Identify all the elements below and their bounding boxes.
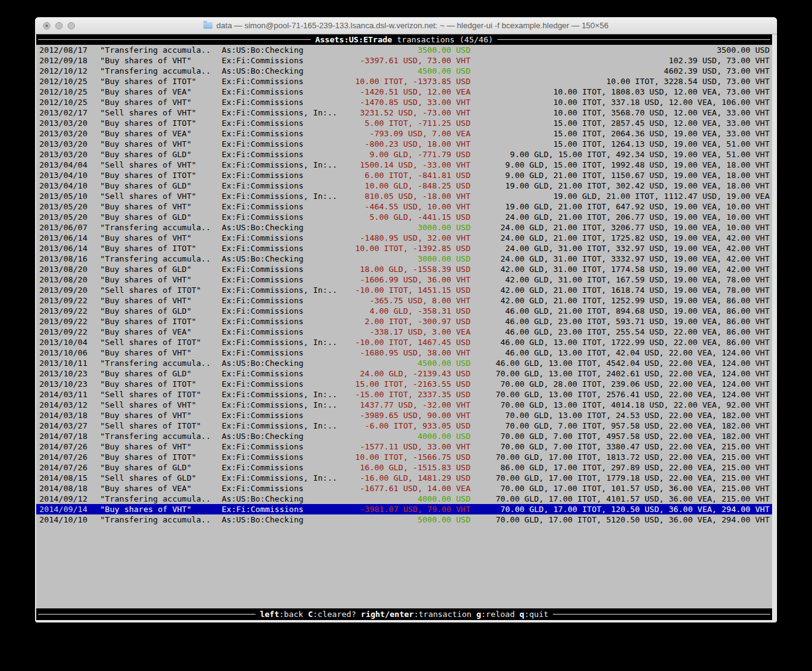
- txn-amount: 3231.52 USD, -73.00 VHT: [345, 107, 470, 118]
- transaction-row[interactable]: 2013/09/22"Buy shares of VEA"Ex:Fi:Commi…: [36, 327, 772, 337]
- transaction-row[interactable]: 2013/03/20"Buy shares of VEA"Ex:Fi:Commi…: [36, 128, 772, 139]
- txn-balance: 70.00 GLD, 17.00 ITOT, 1813.72 USD, 22.0…: [470, 452, 772, 462]
- transaction-row[interactable]: 2014/10/10"Transfering accumula..As:US:B…: [36, 514, 772, 525]
- transaction-row[interactable]: 2014/03/18"Buy shares of VHT"Ex:Fi:Commi…: [36, 410, 772, 421]
- minimize-button[interactable]: [55, 22, 63, 29]
- transaction-row[interactable]: 2012/10/25"Buy shares of VEA"Ex:Fi:Commi…: [36, 87, 772, 97]
- txn-balance: 24.00 GLD, 21.00 ITOT, 3206.77 USD, 19.0…: [470, 222, 772, 233]
- transaction-row[interactable]: 2014/07/26"Buy shares of VHT"Ex:Fi:Commi…: [36, 441, 772, 452]
- zoom-button[interactable]: [68, 22, 75, 29]
- txn-date: 2014/07/26: [39, 462, 100, 473]
- txn-date: 2014/10/10: [39, 514, 100, 525]
- txn-amount: -16.00 GLD, 1481.29 USD: [345, 473, 470, 483]
- txn-description: "Buy shares of GLD": [100, 306, 222, 316]
- folder-icon: [203, 22, 213, 29]
- transaction-row[interactable]: 2012/10/25"Buy shares of ITOT"Ex:Fi:Comm…: [36, 76, 772, 87]
- transaction-row[interactable]: 2014/03/11"Sell shares of ITOT"Ex:Fi:Com…: [36, 389, 772, 400]
- txn-balance: 46.00 GLD, 23.00 ITOT, 255.54 USD, 22.00…: [470, 327, 772, 337]
- txn-date: 2013/03/20: [39, 128, 100, 139]
- transaction-row[interactable]: 2014/07/26"Buy shares of GLD"Ex:Fi:Commi…: [36, 462, 772, 473]
- txn-amount: 4000.00 USD: [345, 431, 470, 441]
- transaction-row[interactable]: 2013/06/07"Transfering accumula..As:US:B…: [36, 222, 772, 233]
- txn-date: 2013/09/22: [39, 295, 100, 306]
- transaction-row[interactable]: 2013/08/20"Buy shares of GLD"Ex:Fi:Commi…: [36, 264, 772, 274]
- transaction-row[interactable]: 2013/05/20"Buy shares of VHT"Ex:Fi:Commi…: [36, 201, 772, 212]
- scrollbar-track[interactable]: [772, 34, 777, 620]
- transaction-row[interactable]: 2013/05/20"Buy shares of GLD"Ex:Fi:Commi…: [36, 212, 772, 222]
- transaction-row[interactable]: 2013/06/14"Buy shares of VHT"Ex:Fi:Commi…: [36, 233, 772, 243]
- transaction-row[interactable]: 2014/09/12"Transfering accumula..As:US:B…: [36, 494, 772, 504]
- transaction-row[interactable]: 2013/10/06"Buy shares of VHT"Ex:Fi:Commi…: [36, 347, 772, 358]
- txn-date: 2014/08/15: [39, 473, 100, 483]
- txn-account: Ex:Fi:Commissions: [222, 274, 345, 285]
- transaction-row[interactable]: 2013/09/22"Buy shares of ITOT"Ex:Fi:Comm…: [36, 316, 772, 327]
- transaction-row[interactable]: 2013/09/22"Buy shares of VHT"Ex:Fi:Commi…: [36, 295, 772, 306]
- transaction-row[interactable]: 2013/10/23"Buy shares of GLD"Ex:Fi:Commi…: [36, 368, 772, 379]
- txn-account: Ex:Fi:Commissions: [222, 379, 345, 389]
- txn-balance: 70.00 GLD, 17.00 ITOT, 4101.57 USD, 36.0…: [470, 494, 772, 504]
- transaction-row[interactable]: 2013/09/22"Buy shares of GLD"Ex:Fi:Commi…: [36, 306, 772, 316]
- transaction-row[interactable]: 2014/08/18"Buy shares of VEA"Ex:Fi:Commi…: [36, 483, 772, 494]
- terminal-content: Assets:US:ETrade transactions (45/46) 20…: [36, 34, 772, 620]
- window-titlebar[interactable]: data — simon@pool-71-165-239-133.lsanca.…: [35, 17, 777, 34]
- key-hints: left:back C:cleared? right/enter:transac…: [257, 609, 551, 619]
- transaction-row[interactable]: 2013/04/10"Buy shares of ITOT"Ex:Fi:Comm…: [36, 170, 772, 180]
- txn-account: Ex:Fi:Commissions: [222, 128, 345, 139]
- transaction-row[interactable]: 2014/07/18"Transfering accumula..As:US:B…: [36, 431, 772, 441]
- transaction-row[interactable]: 2013/08/20"Buy shares of VHT"Ex:Fi:Commi…: [36, 274, 772, 285]
- txn-account: Ex:Fi:Commissions, In:..: [222, 285, 345, 295]
- transaction-row[interactable]: 2013/03/20"Buy shares of VHT"Ex:Fi:Commi…: [36, 139, 772, 149]
- txn-date: 2012/10/25: [39, 76, 100, 87]
- txn-amount: -800.23 USD, 18.00 VHT: [345, 139, 470, 149]
- transaction-row[interactable]: 2014/03/12"Sell shares of VHT"Ex:Fi:Comm…: [36, 400, 772, 410]
- transaction-row[interactable]: 2013/08/16"Transfering accumula..As:US:B…: [36, 254, 772, 264]
- transaction-row[interactable]: 2013/03/20"Buy shares of ITOT"Ex:Fi:Comm…: [36, 118, 772, 128]
- transaction-row[interactable]: 2012/10/12"Transfering accumula..As:US:B…: [36, 66, 772, 76]
- txn-description: "Transfering accumula..: [100, 66, 222, 76]
- screen-header-title: Assets:US:ETrade transactions (45/46): [313, 34, 496, 45]
- transaction-row[interactable]: 2013/10/23"Buy shares of ITOT"Ex:Fi:Comm…: [36, 379, 772, 389]
- close-button[interactable]: [43, 22, 50, 29]
- key-hint: left:back: [260, 610, 303, 619]
- txn-date: 2014/07/26: [39, 441, 100, 452]
- transaction-row[interactable]: 2014/07/26"Buy shares of ITOT"Ex:Fi:Comm…: [36, 452, 772, 462]
- txn-description: "Buy shares of GLD": [100, 368, 222, 379]
- txn-account: Ex:Fi:Commissions: [222, 170, 345, 180]
- key-hint: C:cleared?: [308, 610, 356, 619]
- txn-description: "Buy shares of VHT": [100, 201, 222, 212]
- transaction-row[interactable]: 2012/09/18"Buy shares of VHT"Ex:Fi:Commi…: [36, 55, 772, 66]
- transaction-row[interactable]: 2013/09/20"Sell shares of ITOT"Ex:Fi:Com…: [36, 285, 772, 295]
- txn-account: As:US:Bo:Checking: [222, 358, 345, 368]
- transaction-row[interactable]: 2014/03/27"Sell shares of ITOT"Ex:Fi:Com…: [36, 421, 772, 431]
- transaction-row[interactable]: 2013/02/17"Sell shares of VHT"Ex:Fi:Comm…: [36, 107, 772, 118]
- transaction-row[interactable]: 2012/10/25"Buy shares of VHT"Ex:Fi:Commi…: [36, 97, 772, 107]
- txn-date: 2013/05/20: [39, 201, 100, 212]
- transaction-row[interactable]: 2014/09/14"Buy shares of VHT"Ex:Fi:Commi…: [36, 504, 772, 514]
- txn-amount: 10.00 ITOT, -1392.85 USD: [345, 243, 470, 254]
- transaction-row[interactable]: 2013/03/20"Buy shares of GLD"Ex:Fi:Commi…: [36, 149, 772, 160]
- txn-description: "Buy shares of ITOT": [100, 243, 222, 254]
- transaction-row[interactable]: 2013/10/11"Transfering accumula..As:US:B…: [36, 358, 772, 368]
- txn-description: "Buy shares of ITOT": [100, 316, 222, 327]
- transaction-row[interactable]: 2012/08/17"Transfering accumula..As:US:B…: [36, 45, 772, 55]
- transaction-row[interactable]: 2013/10/04"Sell shares of ITOT"Ex:Fi:Com…: [36, 337, 772, 347]
- transaction-row[interactable]: 2013/06/14"Buy shares of ITOT"Ex:Fi:Comm…: [36, 243, 772, 254]
- txn-account: Ex:Fi:Commissions: [222, 149, 345, 160]
- txn-account: Ex:Fi:Commissions: [222, 441, 345, 452]
- txn-balance: 46.00 GLD, 13.00 ITOT, 1722.99 USD, 22.0…: [470, 337, 772, 347]
- txn-balance: 46.00 GLD, 13.00 ITOT, 42.04 USD, 22.00 …: [470, 347, 772, 358]
- transaction-row[interactable]: 2013/05/10"Sell shares of VHT"Ex:Fi:Comm…: [36, 191, 772, 201]
- txn-amount: -1680.95 USD, 38.00 VHT: [345, 347, 470, 358]
- transaction-row[interactable]: 2013/04/10"Buy shares of GLD"Ex:Fi:Commi…: [36, 180, 772, 191]
- txn-date: 2013/02/17: [39, 107, 100, 118]
- txn-balance: 9.00 GLD, 21.00 ITOT, 1150.67 USD, 19.00…: [470, 170, 772, 180]
- txn-account: Ex:Fi:Commissions: [222, 316, 345, 327]
- txn-amount: -1420.51 USD, 12.00 VEA: [345, 87, 470, 97]
- transaction-row[interactable]: 2014/08/15"Sell shares of GLD"Ex:Fi:Comm…: [36, 473, 772, 483]
- txn-account: Ex:Fi:Commissions: [222, 118, 345, 128]
- transaction-list: 2012/08/17"Transfering accumula..As:US:B…: [36, 45, 772, 525]
- transaction-row[interactable]: 2013/04/04"Sell shares of VHT"Ex:Fi:Comm…: [36, 160, 772, 170]
- txn-description: "Buy shares of VHT": [100, 97, 222, 107]
- txn-date: 2013/10/23: [39, 368, 100, 379]
- txn-description: "Transfering accumula..: [100, 254, 222, 264]
